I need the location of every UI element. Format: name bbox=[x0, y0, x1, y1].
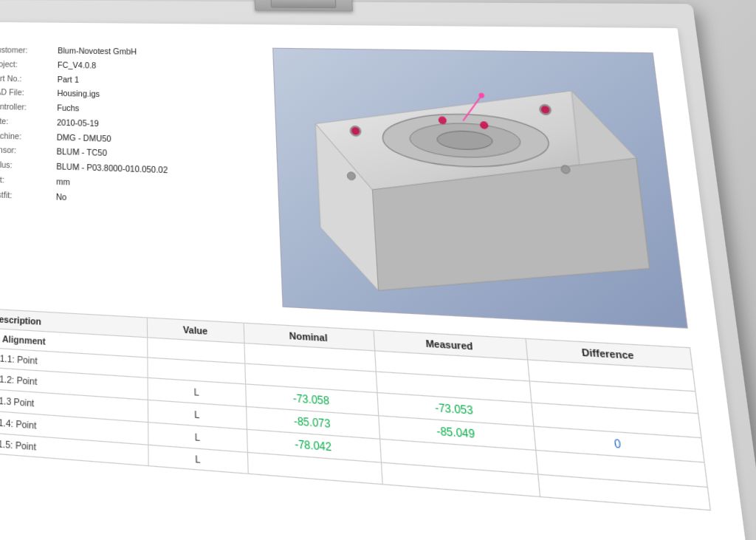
paper: Customer: Blum-Novotest GmbH Project: FC… bbox=[0, 22, 756, 540]
label-customer: Customer: bbox=[0, 44, 52, 57]
value-date: 2010-05-19 bbox=[57, 117, 99, 130]
clipboard-wrapper: Customer: Blum-Novotest GmbH Project: FC… bbox=[0, 0, 756, 540]
difference-value: 0 bbox=[614, 437, 622, 451]
nominal-value: -85.073 bbox=[294, 414, 331, 430]
info-row-customer: Customer: Blum-Novotest GmbH bbox=[0, 44, 241, 60]
nominal-value: -78.042 bbox=[295, 438, 331, 454]
value-cadfile: Housing.igs bbox=[57, 88, 100, 101]
label-cadfile: CAD File: bbox=[0, 86, 51, 100]
measurement-table: Description Value Nominal Measured Diffe… bbox=[0, 308, 711, 510]
value-project: FC_V4.0.8 bbox=[58, 59, 97, 72]
nominal-value: -73.058 bbox=[292, 392, 329, 408]
value-customer: Blum-Novotest GmbH bbox=[58, 45, 137, 58]
measured-value: -85.049 bbox=[436, 425, 475, 440]
value-bestfit: No bbox=[56, 191, 67, 204]
cad-svg bbox=[273, 49, 687, 327]
clipboard-clip bbox=[254, 0, 354, 27]
label-unit: Unit: bbox=[0, 174, 50, 188]
label-bestfit: Bestfit: bbox=[0, 188, 49, 203]
value-sensor: BLUM - TC50 bbox=[56, 146, 106, 160]
label-controller: Controller: bbox=[0, 100, 51, 114]
label-machine: Machine: bbox=[0, 129, 50, 143]
value-unit: mm bbox=[56, 176, 70, 189]
info-row-partno: Part No.: Part 1 bbox=[0, 72, 241, 89]
label-sensor: Sensor: bbox=[0, 144, 50, 158]
label-partno: Part No.: bbox=[0, 72, 51, 86]
info-block: Customer: Blum-Novotest GmbH Project: FC… bbox=[0, 44, 248, 305]
label-project: Project: bbox=[0, 58, 52, 71]
label-stylus: Stylus: bbox=[0, 159, 50, 174]
info-row-project: Project: FC_V4.0.8 bbox=[0, 58, 241, 75]
cad-image bbox=[272, 48, 688, 329]
header-section: Customer: Blum-Novotest GmbH Project: FC… bbox=[0, 44, 688, 329]
value-machine: DMG - DMU50 bbox=[57, 131, 111, 146]
svg-point-11 bbox=[347, 172, 356, 180]
value-controller: Fuchs bbox=[57, 102, 79, 115]
value-stylus: BLUM - P03.8000-010.050.02 bbox=[56, 161, 168, 177]
value-partno: Part 1 bbox=[58, 73, 79, 86]
label-date: Date: bbox=[0, 115, 51, 129]
clip-inner bbox=[270, 0, 336, 8]
measured-value: -73.053 bbox=[435, 401, 474, 417]
